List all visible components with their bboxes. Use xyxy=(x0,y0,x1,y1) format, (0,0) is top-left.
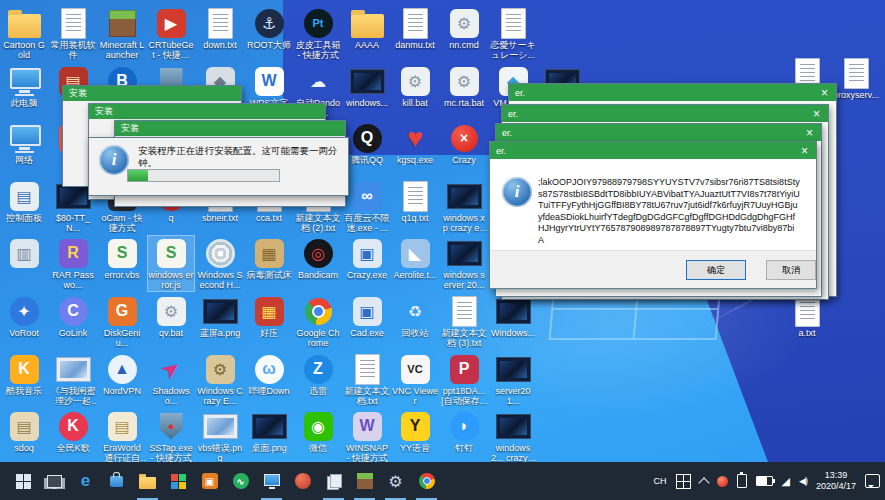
desktop-icon[interactable]: ∞百度云不限速.exe - ... xyxy=(344,179,390,234)
language-indicator[interactable]: CH xyxy=(654,476,667,486)
desktop-icon[interactable]: GDiskGeniu... xyxy=(99,294,145,349)
error-title-bar[interactable]: er. × xyxy=(490,142,816,159)
error-dialog-front[interactable]: er. × i ;lakOOPJOIY97988979798SYYUYSTV7v… xyxy=(489,141,817,289)
battery-icon[interactable] xyxy=(756,476,773,486)
desktop-icon[interactable]: ▤sdoq xyxy=(1,409,47,454)
cancel-button[interactable]: 取消 xyxy=(766,260,816,280)
desktop-icon[interactable]: danmu.txt xyxy=(392,6,438,51)
desktop-icon[interactable]: ⚙nn.cmd xyxy=(441,6,487,51)
desktop-icon[interactable]: Windows... xyxy=(490,294,536,339)
desktop-icon[interactable]: Serror.vbs xyxy=(99,236,145,281)
close-icon[interactable]: × xyxy=(819,87,830,99)
desktop-icon[interactable]: ⚓ROOT大师 xyxy=(246,6,292,51)
desktop-icon[interactable]: Q腾讯QQ xyxy=(344,121,390,166)
desktop-icon[interactable]: a.txt xyxy=(784,294,830,339)
ime-icon[interactable] xyxy=(676,474,691,489)
ok-button[interactable]: 确定 xyxy=(686,260,746,280)
desktop-icon[interactable]: ▣Cad.exe xyxy=(344,294,390,339)
install-title-bar[interactable]: 安装 xyxy=(63,86,241,101)
blocks-game-app[interactable] xyxy=(163,462,194,500)
usb-icon[interactable] xyxy=(737,474,747,488)
desktop-icon[interactable]: Minecraft Launcher xyxy=(99,6,145,61)
desktop-icon[interactable]: server201... xyxy=(490,352,536,407)
desktop-icon[interactable]: vbs错误.png xyxy=(197,409,243,464)
desktop-icon[interactable]: RRAR Passwo... xyxy=(50,236,96,291)
desktop-icon[interactable]: ▤EraWorld通行证自动... xyxy=(99,409,145,464)
desktop-icon[interactable]: AAAA xyxy=(344,6,390,51)
desktop-icon[interactable]: 新建文本文档.txt xyxy=(344,352,390,407)
error-title-bar[interactable]: er. × xyxy=(502,105,828,122)
desktop-icon[interactable]: Z迅雷 xyxy=(295,352,341,397)
desktop-icon[interactable]: Cartoon Gold xyxy=(1,6,47,61)
desktop-icon[interactable]: ▤控制面板 xyxy=(1,179,47,224)
edge-app[interactable]: e xyxy=(70,462,101,500)
desktop-icon[interactable]: ω哔哩Down xyxy=(246,352,292,397)
settings-app[interactable]: ⚙ xyxy=(380,462,411,500)
antivirus-tray-icon[interactable] xyxy=(717,476,728,487)
desktop-icon[interactable]: ▲NordVPN xyxy=(99,352,145,397)
desktop-icon[interactable]: WWINSNAP - 快捷方式 xyxy=(344,409,390,464)
desktop-icon[interactable]: ⚙qv.bat xyxy=(148,294,194,339)
desktop-icon[interactable]: Swindows error.js xyxy=(148,236,194,291)
network-icon[interactable]: ◢ xyxy=(782,476,790,487)
desktop-icon[interactable]: Google Chrome xyxy=(295,294,341,349)
close-icon[interactable]: × xyxy=(811,108,822,120)
desktop-icon[interactable]: ▶CRTubeGet - 快捷方式 xyxy=(148,6,194,61)
desktop-icon[interactable]: ◣Aerolite.t... xyxy=(392,236,438,281)
desktop-icon[interactable]: 网络 xyxy=(1,121,47,166)
desktop-icon[interactable]: CGoLink xyxy=(50,294,96,339)
desktop-icon[interactable]: q1q.txt xyxy=(392,179,438,224)
desktop-icon[interactable]: 蓝屏a.png xyxy=(197,294,243,339)
desktop-icon[interactable]: ◗钉钉 xyxy=(441,409,487,454)
speaker-icon[interactable]: ◀) xyxy=(799,476,807,486)
desktop-icon[interactable]: 《与我闺蜜理沙一起偷... xyxy=(50,352,96,407)
desktop-icon[interactable]: 新建文本文档 (3).txt xyxy=(441,294,487,349)
desktop-icon[interactable]: ♥kgsq.exe xyxy=(392,121,438,166)
desktop-icon[interactable]: ⚙mc.rta.bat xyxy=(441,64,487,109)
desktop-icon[interactable]: Pppt18DA... [自动保存... xyxy=(441,352,487,407)
chevron-up-icon[interactable] xyxy=(698,477,709,488)
desktop-icon[interactable]: K酷我音乐 xyxy=(1,352,47,397)
store-app[interactable] xyxy=(101,462,132,500)
desktop-icon[interactable]: down.txt xyxy=(197,6,243,51)
my-computer-app[interactable] xyxy=(256,462,287,500)
desktop-icon[interactable]: K全民K歌 xyxy=(50,409,96,454)
desktop-icon[interactable]: 常用装机软件 xyxy=(50,6,96,61)
desktop-icon[interactable]: 恋愛サーキュレーシ... xyxy=(490,6,536,61)
desktop-icon[interactable]: VCVNC Viewer xyxy=(392,352,438,407)
desktop-icon[interactable]: ♻回收站 xyxy=(392,294,438,339)
desktop-icon[interactable]: windows... xyxy=(344,64,390,109)
desktop-icon[interactable]: ⚙kill.bat xyxy=(392,64,438,109)
close-icon[interactable]: × xyxy=(804,127,815,139)
chrome-app[interactable] xyxy=(411,462,442,500)
error-title-bar[interactable]: er. × xyxy=(509,84,836,101)
start-button[interactable] xyxy=(8,462,39,500)
desktop-icon[interactable]: YYY语音 xyxy=(392,409,438,454)
error-title-bar[interactable]: er. × xyxy=(496,124,821,141)
desktop-icon[interactable]: ●SSTap.exe - 快捷方式 xyxy=(148,409,194,464)
desktop-icon[interactable]: 桌面.png xyxy=(246,409,292,454)
desktop-icon[interactable]: ◉微信 xyxy=(295,409,341,454)
desktop-icon[interactable]: ▦病毒测试床 xyxy=(246,236,292,281)
desktop-icon[interactable]: ✦VoRoot xyxy=(1,294,47,339)
desktop-icon[interactable]: windows server 20... xyxy=(441,236,487,291)
desktop-icon[interactable]: ×Crazy xyxy=(441,121,487,166)
desktop-icon[interactable]: ◎Bandicam xyxy=(295,236,341,281)
task-view-button[interactable] xyxy=(39,462,70,500)
minecraft-app[interactable] xyxy=(349,462,380,500)
desktop-icon[interactable]: proxyserv... xyxy=(833,56,879,101)
file-explorer-app[interactable] xyxy=(132,462,163,500)
desktop-icon[interactable]: ▣Crazy.exe xyxy=(344,236,390,281)
install-title-bar[interactable]: 安装 xyxy=(89,104,325,119)
orange-box-app[interactable]: ▣ xyxy=(194,462,225,500)
desktop-icon[interactable]: Pt皮皮工具箱 - 快捷方式 xyxy=(295,6,341,61)
red-app[interactable] xyxy=(287,462,318,500)
desktop-icon[interactable]: ▥ xyxy=(1,236,47,271)
desktop-icon[interactable]: windows xp crazy erro... xyxy=(441,179,487,234)
action-center-icon[interactable] xyxy=(865,474,880,488)
desktop-icon[interactable]: windows2... crazy erro... xyxy=(490,409,536,464)
close-icon[interactable]: × xyxy=(799,145,810,157)
install-title-bar[interactable]: 安装 xyxy=(115,121,345,136)
desktop-icon[interactable]: ➤Shadowso... xyxy=(148,352,194,407)
desktop-icon[interactable]: ⚙Windows Crazy E... xyxy=(197,352,243,407)
